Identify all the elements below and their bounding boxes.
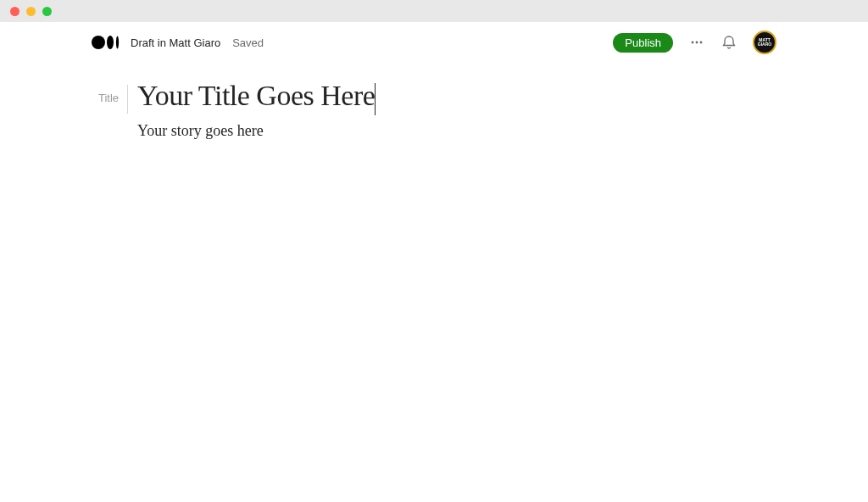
maximize-window-button[interactable]	[42, 7, 52, 16]
draft-location-text: Draft in Matt Giaro	[131, 36, 220, 49]
header-left: Draft in Matt Giaro Saved	[92, 33, 264, 52]
title-row: Title Your Title Goes Here	[137, 80, 731, 112]
medium-logo-icon[interactable]	[92, 33, 122, 52]
header-right: Publish MATT GIARO	[613, 31, 776, 54]
notifications-icon[interactable]	[721, 34, 737, 51]
publish-button[interactable]: Publish	[613, 33, 673, 53]
svg-point-5	[700, 42, 703, 44]
window-chrome	[0, 0, 868, 22]
title-input[interactable]: Your Title Goes Here	[137, 80, 375, 111]
story-body-input[interactable]	[137, 122, 731, 140]
title-wrapper: Your Title Goes Here	[137, 80, 375, 112]
title-field-label: Title	[98, 92, 119, 104]
more-options-icon[interactable]	[688, 34, 705, 51]
svg-point-1	[107, 36, 114, 49]
svg-point-4	[696, 42, 698, 44]
avatar[interactable]: MATT GIARO	[753, 31, 776, 54]
minimize-window-button[interactable]	[26, 7, 36, 16]
close-window-button[interactable]	[10, 7, 19, 16]
app-header: Draft in Matt Giaro Saved Publish MATT G…	[71, 22, 797, 63]
title-divider	[127, 85, 128, 114]
editor-area: Title Your Title Goes Here	[120, 80, 748, 140]
svg-point-3	[692, 42, 694, 44]
avatar-label: MATT GIARO	[758, 38, 771, 47]
text-cursor	[375, 83, 376, 115]
svg-point-0	[92, 36, 105, 49]
svg-point-2	[116, 36, 119, 49]
save-status-text: Saved	[232, 36, 264, 49]
